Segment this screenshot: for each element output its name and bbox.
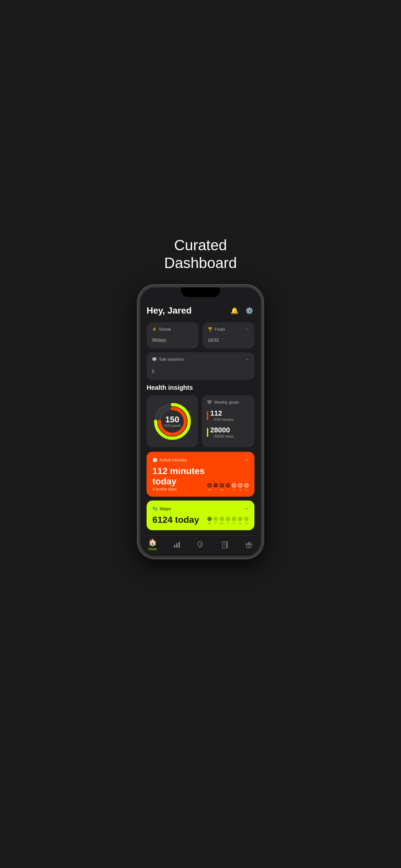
steps-header: 👣 Steps →: [152, 506, 249, 512]
steps-card[interactable]: 👣 Steps → 6124 today: [147, 500, 254, 530]
points-card[interactable]: 150 /200 points: [147, 395, 198, 447]
active-header: 🕐 Active minutes →: [152, 457, 249, 463]
steps-goal-value: 28000: [210, 426, 234, 434]
streak-card[interactable]: ⚡ Streak 36days: [147, 322, 198, 348]
svg-rect-12: [227, 541, 227, 548]
active-arrow: →: [243, 457, 249, 463]
chart-icon: [173, 541, 181, 549]
steps-dot-f: [232, 517, 236, 521]
steps-days-row: M T W T F S S: [207, 522, 249, 525]
sessions-label: 💬 Talk sessions: [152, 357, 249, 362]
steps-bottom: 6124 today: [152, 515, 249, 525]
svg-rect-6: [179, 542, 180, 548]
header-greeting: Hey, Jared: [147, 306, 192, 316]
notification-icon[interactable]: 🔔: [229, 306, 240, 316]
streak-label: ⚡ Streak: [152, 327, 193, 332]
steps-arrow: →: [243, 506, 249, 512]
nav-gift[interactable]: [245, 541, 253, 549]
nav-home[interactable]: 🏠 Home: [148, 538, 157, 551]
ring-value: 150: [164, 415, 181, 424]
minutes-bar: [207, 411, 208, 420]
app-content: Hey, Jared 🔔 ⚙️ ⚡ Streak 36days: [140, 300, 261, 530]
active-card[interactable]: 🕐 Active minutes → 112 minutes today 4 a…: [147, 452, 254, 497]
streak-feats-row: ⚡ Streak 36days 🏆 Feats 16/32: [147, 322, 254, 348]
trophy-icon: 🏆: [208, 327, 213, 332]
steps-dot-w: [220, 517, 224, 521]
lightning-icon: ⚡: [152, 327, 157, 332]
active-bottom: 112 minutes today 4 active days ✓ ✓ ✓: [152, 466, 249, 492]
dot-f: [232, 483, 236, 488]
steps-sub: /35000 steps: [213, 434, 234, 438]
dot-th: ✓: [226, 483, 230, 488]
steps-bar: [207, 428, 208, 437]
minutes-sub: /150 minutes: [213, 417, 234, 422]
nav-brain[interactable]: [197, 541, 205, 549]
dot-s: [238, 483, 243, 488]
feats-label: 🏆 Feats: [208, 327, 249, 332]
active-sub: 4 active days: [152, 487, 207, 492]
heart-icon: 🩶: [207, 400, 212, 405]
steps-icon: 👣: [152, 506, 158, 511]
steps-goal: 28000 /35000 steps: [207, 426, 249, 438]
header-row: Hey, Jared 🔔 ⚙️: [147, 306, 254, 316]
steps-dot-m: [207, 517, 212, 521]
active-week-dots: ✓ ✓ ✓ M T W: [207, 483, 249, 492]
steps-dot-t: [213, 517, 218, 521]
gift-icon: [245, 541, 253, 549]
clock-icon: 🕐: [152, 458, 158, 462]
home-icon: 🏠: [148, 538, 157, 547]
steps-dot-su: [244, 517, 249, 521]
page-title: Curated Dashboard: [164, 237, 237, 272]
ring-sub: /200 points: [164, 424, 181, 428]
health-section-title: Health insights: [147, 384, 254, 392]
dot-m: ✓: [207, 483, 212, 488]
nav-chart[interactable]: [173, 541, 181, 549]
steps-value: 6124 today: [152, 515, 199, 525]
active-value: 112 minutes today: [152, 466, 207, 487]
steps-dot-th: [226, 517, 230, 521]
active-dots-row: ✓ ✓ ✓: [207, 483, 249, 488]
svg-rect-8: [222, 541, 227, 548]
sessions-arrow: →: [245, 356, 249, 362]
chat-icon: 💬: [152, 357, 157, 362]
health-row: 150 /200 points 🩶 Weekly goals: [147, 395, 254, 447]
header-icons: 🔔 ⚙️: [229, 306, 254, 316]
dot-t: [213, 483, 218, 488]
bottom-nav: 🏠 Home: [140, 535, 261, 556]
phone-notch: [181, 287, 220, 297]
phone-frame: Hey, Jared 🔔 ⚙️ ⚡ Streak 36days: [137, 285, 264, 559]
active-days-row: M T W T F S S: [207, 488, 249, 492]
feats-card[interactable]: 🏆 Feats 16/32 →: [203, 322, 254, 348]
steps-dots-row: [207, 517, 249, 521]
svg-rect-5: [176, 543, 178, 548]
ring-center: 150 /200 points: [164, 415, 181, 428]
steps-card-wrapper: 👣 Steps → 6124 today: [147, 500, 254, 530]
steps-week: M T W T F S S: [207, 517, 249, 525]
feats-value: 16/32 →: [208, 334, 249, 344]
active-text: 112 minutes today 4 active days: [152, 466, 207, 492]
feats-arrow: →: [245, 327, 249, 332]
nav-journal[interactable]: [221, 541, 229, 549]
ring-container: 150 /200 points: [151, 400, 193, 442]
steps-label: 👣 Steps: [152, 506, 171, 511]
minutes-value: 112: [210, 409, 234, 417]
page-wrapper: Curated Dashboard Hey, Jared 🔔 ⚙️: [100, 217, 301, 651]
goals-card[interactable]: 🩶 Weekly goals 112 /150 minutes: [202, 395, 254, 447]
nav-home-label: Home: [148, 547, 157, 551]
active-label: 🕐 Active minutes: [152, 458, 187, 462]
phone-screen: Hey, Jared 🔔 ⚙️ ⚡ Streak 36days: [140, 287, 261, 556]
nav-spacer: [140, 530, 261, 535]
streak-value: 36days: [152, 334, 193, 344]
steps-dot-s: [238, 517, 243, 521]
dot-su: [244, 483, 249, 488]
journal-icon: [221, 541, 229, 549]
settings-icon[interactable]: ⚙️: [244, 306, 254, 316]
svg-rect-4: [174, 545, 175, 548]
goals-label: 🩶 Weekly goals: [207, 400, 249, 405]
sessions-card[interactable]: 💬 Talk sessions 5 →: [147, 352, 254, 380]
dot-w: ✓: [220, 483, 224, 488]
brain-icon: [197, 541, 205, 549]
sessions-value: 5 →: [152, 364, 249, 376]
minutes-goal: 112 /150 minutes: [207, 409, 249, 422]
